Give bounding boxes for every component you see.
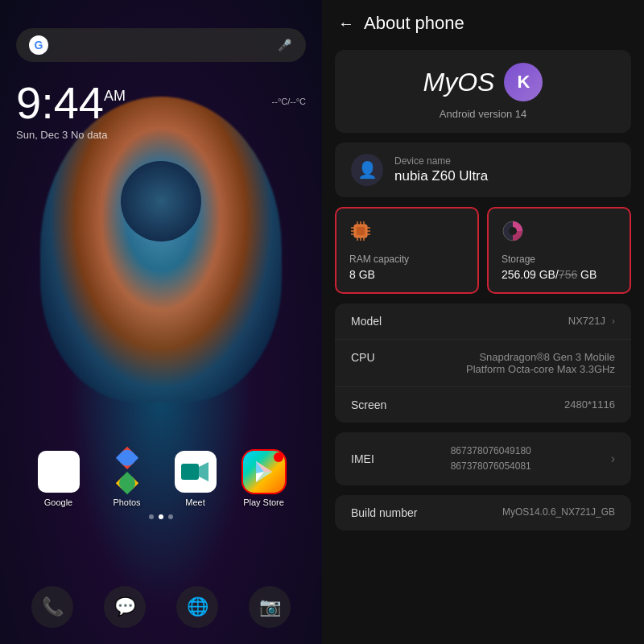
- model-value-text: NX721J: [568, 315, 605, 327]
- google-icon: [38, 451, 80, 493]
- storage-value: 256.09 GB/756 GB: [502, 268, 617, 281]
- clock-time: 9:44AM: [16, 80, 126, 126]
- device-card: 👤 Device name nubia Z60 Ultra: [335, 142, 631, 197]
- wallpaper-flower-center: [121, 161, 201, 242]
- app-photos-label: Photos: [113, 497, 140, 507]
- dot-1: [159, 514, 163, 519]
- device-info: Device name nubia Z60 Ultra: [394, 155, 488, 184]
- myos-row: MyOS K: [423, 63, 543, 101]
- myos-name: MyOS: [423, 68, 495, 97]
- pinwheel-icon: [109, 453, 146, 490]
- android-version: Android version 14: [440, 108, 526, 120]
- device-name-value: nubia Z60 Ultra: [394, 168, 488, 184]
- screen-value: 2480*1116: [564, 398, 615, 411]
- android-version-label: Android version: [440, 108, 512, 120]
- photos-icon: [106, 451, 148, 493]
- back-button[interactable]: ←: [338, 14, 354, 33]
- weather-temp: --°C/--°C: [272, 97, 306, 106]
- clock-date: Sun, Dec 3 No data: [16, 129, 126, 141]
- ram-label: RAM capacity: [349, 254, 464, 265]
- status-bar: [0, 0, 322, 24]
- build-row[interactable]: Build number MyOS14.0.6_NX721J_GB: [335, 495, 631, 530]
- storage-unit1: GB/: [539, 268, 559, 281]
- dock: 📞 💬 🌐 📷: [0, 586, 322, 628]
- cpu-key: CPU: [351, 351, 407, 364]
- dock-messages[interactable]: 💬: [104, 586, 146, 628]
- app-playstore[interactable]: Play Store: [243, 451, 285, 507]
- clock-time-value: 9:44: [16, 77, 104, 128]
- app-grid: Google Photos: [0, 451, 322, 507]
- storage-label: Storage: [502, 254, 617, 265]
- dock-camera[interactable]: 📷: [249, 586, 291, 628]
- playstore-icon: [243, 451, 285, 493]
- app-google-label: Google: [44, 497, 72, 507]
- imei-row[interactable]: IMEI 867378076049180 867378076054081 ›: [335, 432, 631, 485]
- app-meet[interactable]: Meet: [175, 451, 217, 507]
- android-version-value: 14: [515, 108, 526, 120]
- myos-logo: K: [504, 63, 543, 101]
- page-title: About phone: [364, 13, 464, 34]
- storage-card[interactable]: Storage 256.09 GB/756 GB: [487, 207, 631, 294]
- screen-key: Screen: [351, 398, 407, 411]
- chip-icon: [349, 220, 464, 247]
- screen-row[interactable]: Screen 2480*1116: [335, 387, 631, 423]
- cpu-row[interactable]: CPU Snapdragon®8 Gen 3 Mobile Platform O…: [335, 340, 631, 387]
- app-playstore-label: Play Store: [243, 497, 284, 507]
- storage-unit2: GB: [577, 268, 597, 281]
- build-section: Build number MyOS14.0.6_NX721J_GB: [335, 495, 631, 530]
- imei-chevron: ›: [611, 452, 615, 466]
- clock-widget: 9:44AM Sun, Dec 3 No data: [16, 80, 126, 141]
- model-chevron: ›: [609, 315, 615, 327]
- svg-rect-0: [181, 464, 199, 480]
- model-row[interactable]: Model NX721J ›: [335, 303, 631, 340]
- dot-0: [149, 514, 154, 519]
- app-google[interactable]: Google: [38, 451, 80, 507]
- weather-widget: --°C/--°C: [272, 97, 306, 106]
- imei-section: IMEI 867378076049180 867378076054081 ›: [335, 432, 631, 485]
- google-logo: G: [29, 35, 48, 55]
- playstore-badge: [274, 452, 283, 462]
- search-bar[interactable]: G 🎤: [16, 28, 306, 62]
- imei-values: 867378076049180 867378076054081: [451, 444, 531, 474]
- page-dots: [149, 514, 173, 519]
- ram-storage-row: RAM capacity 8 GB Storage 256.09 GB/756 …: [335, 207, 631, 294]
- device-name-label: Device name: [394, 155, 488, 167]
- specs-section: Model NX721J › CPU Snapdragon®8 Gen 3 Mo…: [335, 303, 631, 423]
- about-header: ← About phone: [322, 0, 644, 43]
- imei-val-2: 867378076054081: [451, 459, 531, 474]
- dock-phone[interactable]: 📞: [31, 586, 73, 628]
- dot-2: [168, 514, 173, 519]
- wallpaper-flower: [40, 97, 282, 402]
- about-phone-panel: ← About phone MyOS K Android version 14 …: [322, 0, 644, 644]
- dock-browser[interactable]: 🌐: [176, 586, 218, 628]
- ram-card[interactable]: RAM capacity 8 GB: [335, 207, 479, 294]
- model-value: NX721J ›: [568, 315, 615, 327]
- device-avatar-icon: 👤: [351, 154, 383, 186]
- imei-val-1: 867378076049180: [451, 444, 531, 459]
- pie-chart-icon: [502, 220, 617, 247]
- mic-icon[interactable]: 🎤: [275, 36, 293, 54]
- cpu-value: Snapdragon®8 Gen 3 Mobile Platform Octa-…: [438, 351, 615, 375]
- svg-point-21: [509, 227, 517, 235]
- imei-key: IMEI: [351, 452, 374, 465]
- build-key: Build number: [351, 506, 418, 519]
- svg-rect-7: [357, 227, 365, 235]
- svg-marker-1: [199, 462, 208, 481]
- storage-used: 256.09: [502, 268, 536, 281]
- clock-ampm: AM: [104, 89, 126, 103]
- meet-inner: [175, 451, 217, 493]
- ram-value: 8 GB: [349, 268, 464, 281]
- app-meet-label: Meet: [185, 497, 204, 507]
- build-value: MyOS14.0.6_NX721J_GB: [502, 506, 615, 518]
- phone-home-screen: G 🎤 9:44AM Sun, Dec 3 No data --°C/--°C …: [0, 0, 322, 644]
- app-photos[interactable]: Photos: [106, 451, 148, 507]
- storage-total: 756: [559, 268, 577, 281]
- myos-card: MyOS K Android version 14: [335, 50, 631, 133]
- model-key: Model: [351, 315, 407, 328]
- meet-icon: [175, 451, 217, 493]
